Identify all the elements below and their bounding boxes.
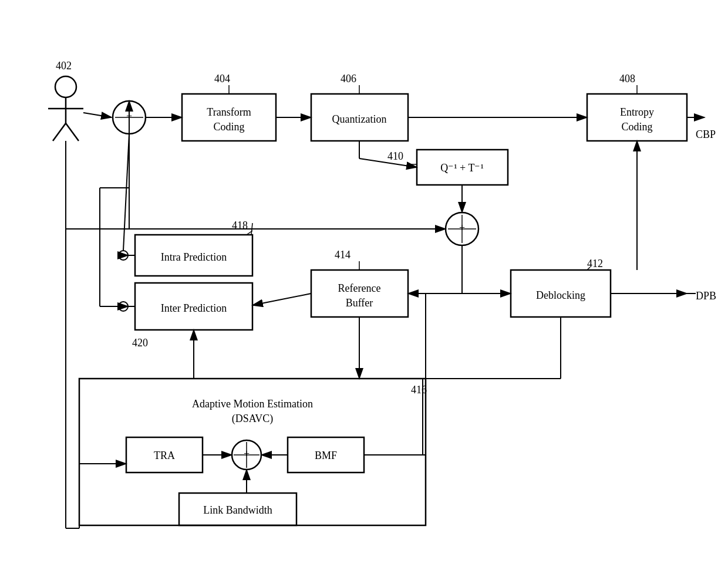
ref-408: 408 — [619, 73, 635, 85]
tra-label: TRA — [154, 450, 175, 461]
arrow-refbuf-to-inter — [252, 293, 311, 305]
entropy-coding-label1: Entropy — [620, 106, 654, 118]
deblocking-label: Deblocking — [536, 289, 585, 301]
reference-buffer-label1: Reference — [338, 282, 381, 294]
reference-buffer-label2: Buffer — [346, 297, 373, 309]
ref-406: 406 — [341, 73, 356, 85]
line-ref418 — [251, 223, 252, 235]
ref-402: 402 — [56, 60, 72, 72]
transform-coding-label1: Transform — [207, 106, 251, 118]
diagram-container: 402 + Transform Coding 404 Quantization … — [0, 0, 728, 577]
line-to-intra — [123, 134, 129, 251]
quantization-label: Quantization — [332, 113, 387, 125]
adaptive-motion-label2: (DSAVC) — [232, 413, 274, 425]
ref-414: 414 — [335, 249, 350, 261]
bmf-label: BMF — [315, 450, 337, 461]
ref-404: 404 — [214, 73, 230, 85]
ref-420: 420 — [132, 337, 148, 349]
person-head — [55, 76, 76, 97]
adaptive-motion-label1: Adaptive Motion Estimation — [192, 398, 313, 410]
dpb-label: DPB — [696, 290, 716, 302]
intra-circle — [119, 251, 128, 260]
inter-prediction-label: Inter Prediction — [161, 302, 227, 314]
intra-prediction-label: Intra Prediction — [161, 251, 227, 263]
person-left-leg — [53, 123, 66, 141]
cbp-label: CBP — [696, 129, 716, 140]
person-right-leg — [66, 123, 79, 141]
transform-coding-label2: Coding — [213, 121, 244, 133]
entropy-coding-label2: Coding — [621, 121, 652, 133]
ref-416: 416 — [411, 384, 427, 396]
link-bandwidth-label: Link Bandwidth — [203, 504, 272, 516]
q-inv-t-inv-label: Q⁻¹ + T⁻¹ — [440, 162, 484, 174]
arrow-person-to-adder1 — [83, 113, 112, 117]
inter-circle — [119, 302, 128, 311]
ref-410: 410 — [387, 150, 403, 162]
